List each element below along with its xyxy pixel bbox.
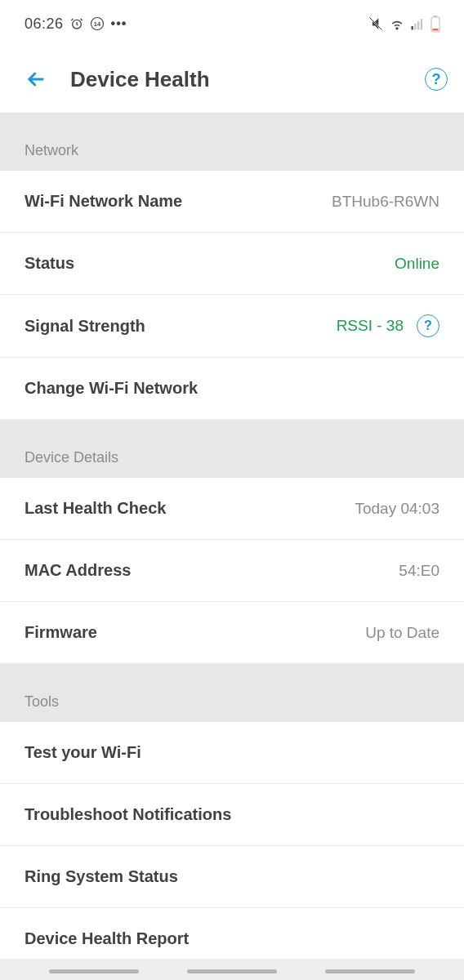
firmware-label: Firmware	[25, 623, 97, 642]
row-wifi-name: Wi-Fi Network Name BTHub6-R6WN	[0, 171, 464, 233]
vibrate-mute-icon	[368, 16, 384, 32]
health-report-label: Device Health Report	[25, 929, 189, 948]
status-bar-right	[368, 15, 441, 33]
header-bar: Device Health ?	[0, 46, 464, 113]
svg-rect-4	[412, 26, 413, 30]
wifi-name-value: BTHub6-R6WN	[332, 193, 439, 211]
system-status-label: Ring System Status	[25, 867, 178, 886]
status-bar-left: 06:26 14 •••	[25, 16, 127, 33]
row-test-wifi[interactable]: Test your Wi-Fi	[0, 722, 464, 784]
page-title: Device Health	[70, 67, 425, 92]
section-header-network: Network	[0, 113, 464, 171]
row-signal-strength: Signal Strength RSSI - 38 ?	[0, 295, 464, 358]
last-check-value: Today 04:03	[355, 500, 439, 518]
svg-text:14: 14	[93, 20, 100, 28]
signal-bars-icon	[410, 16, 425, 31]
nav-pill-back[interactable]	[325, 969, 415, 973]
signal-help-button[interactable]: ?	[417, 314, 439, 337]
mac-value: 54:E0	[399, 562, 439, 580]
row-status: Status Online	[0, 233, 464, 295]
status-time: 06:26	[25, 16, 64, 33]
nav-pill-bar	[0, 969, 464, 973]
svg-rect-6	[417, 21, 419, 30]
signal-label: Signal Strength	[25, 317, 145, 336]
more-dots-icon: •••	[111, 16, 127, 31]
row-firmware: Firmware Up to Date	[0, 602, 464, 664]
section-header-device-details: Device Details	[0, 420, 464, 478]
signal-value-wrap: RSSI - 38 ?	[337, 314, 439, 337]
back-button[interactable]	[16, 60, 56, 99]
help-button[interactable]: ?	[425, 68, 448, 91]
signal-value: RSSI - 38	[337, 317, 404, 335]
status-bar: 06:26 14 •••	[0, 0, 464, 46]
row-last-health-check: Last Health Check Today 04:03	[0, 478, 464, 540]
alarm-icon	[70, 17, 83, 30]
troubleshoot-label: Troubleshoot Notifications	[25, 805, 231, 824]
row-change-wifi[interactable]: Change Wi-Fi Network	[0, 358, 464, 420]
status-value: Online	[395, 255, 439, 273]
svg-rect-10	[433, 29, 439, 31]
nav-pill-home[interactable]	[187, 969, 277, 973]
row-mac-address: MAC Address 54:E0	[0, 540, 464, 602]
svg-rect-5	[414, 24, 416, 30]
status-label: Status	[25, 254, 74, 273]
row-troubleshoot-notifications[interactable]: Troubleshoot Notifications	[0, 784, 464, 846]
row-ring-system-status[interactable]: Ring System Status	[0, 846, 464, 908]
test-wifi-label: Test your Wi-Fi	[25, 743, 141, 762]
section-header-tools: Tools	[0, 664, 464, 722]
svg-rect-7	[421, 19, 422, 30]
firmware-value: Up to Date	[365, 624, 439, 642]
notification-badge-icon: 14	[90, 16, 105, 31]
wifi-name-label: Wi-Fi Network Name	[25, 192, 182, 211]
battery-icon	[430, 15, 441, 33]
svg-rect-9	[434, 16, 437, 17]
last-check-label: Last Health Check	[25, 499, 166, 518]
change-wifi-label: Change Wi-Fi Network	[25, 379, 198, 398]
wifi-icon	[389, 16, 405, 32]
nav-pill-recents[interactable]	[49, 969, 139, 973]
mac-label: MAC Address	[25, 561, 131, 580]
svg-point-3	[396, 28, 398, 29]
